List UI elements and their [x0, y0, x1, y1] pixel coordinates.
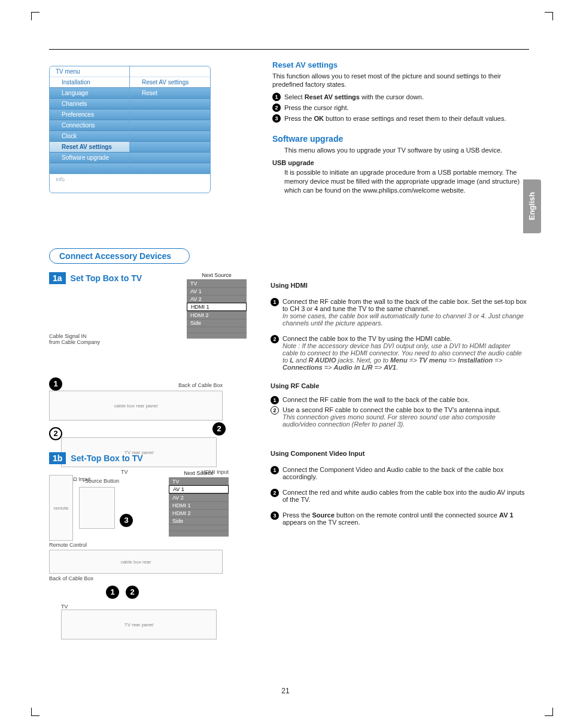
source-title: Next Source: [169, 469, 229, 477]
step-row: 1Connect the Component Video and Audio c…: [271, 466, 528, 480]
step-number-icon: 2: [272, 103, 281, 112]
callout-1-icon: 1: [49, 377, 62, 391]
source-list-1a: Next Source TV AV 1 AV 2 HDMI 1 HDMI 2 S…: [187, 271, 247, 339]
reset-av-intro: This function allows you to reset most o…: [272, 72, 530, 90]
step-number-icon: 2: [271, 489, 279, 497]
usb-upgrade-body: It is possible to initiate an upgrade pr…: [272, 168, 530, 195]
callout-2-icon: 2: [126, 586, 139, 599]
source-row: AV 2: [169, 494, 229, 501]
source-row: HDMI 2: [169, 509, 229, 517]
source-button-label: Source Button: [85, 478, 119, 484]
step-row: 3Press the Source button on the remote c…: [271, 511, 528, 526]
remote-zoom-illustration: [79, 487, 115, 529]
step-number-icon: 1: [271, 298, 279, 306]
right-1a: Using HDMI 1Connect the RF cable from th…: [271, 267, 528, 430]
step-number-icon: 1: [272, 93, 281, 101]
page-number: 21: [0, 687, 571, 695]
menu-item: Preferences: [50, 109, 129, 120]
menu-sub-left: Installation: [50, 77, 129, 87]
source-row: Side: [187, 319, 247, 327]
step-row: 2Press the cursor right.: [272, 103, 530, 112]
step-number-icon: 1: [271, 466, 279, 474]
source-row: HDMI 2: [187, 311, 247, 319]
source-row: HDMI 1: [169, 501, 229, 509]
using-rf-title: Using RF Cable: [271, 382, 528, 389]
back-of-box-label: Back of Cable Box: [49, 575, 93, 581]
cable-box-back-illustration: cable box rear panel: [49, 391, 223, 421]
step-number-icon: 3: [272, 114, 281, 123]
reset-av-title: Reset AV settings: [272, 60, 530, 71]
left-column: TV menu Installation Language Channels P…: [49, 66, 247, 193]
step-row: 1Select Reset AV settings with the curso…: [272, 93, 530, 102]
step-number-icon: 3: [271, 511, 279, 520]
remote-illustration: remote: [49, 475, 73, 541]
step-number-icon: 1: [271, 396, 279, 404]
software-intro: This menu allows you to upgrade your TV …: [272, 146, 530, 155]
source-title: Next Source: [187, 271, 247, 279]
software-title: Software upgrade: [272, 133, 530, 145]
menu-info: Info: [50, 173, 210, 193]
right-1b: Using Component Video Input 1Connect the…: [271, 447, 528, 648]
source-row: AV 1: [187, 287, 247, 295]
tv-label: TV: [61, 604, 68, 610]
title-1b: Set-Top Box to TV: [71, 453, 142, 463]
step-row: 2Connect the cable box to the TV by usin…: [271, 335, 528, 371]
section-pill: Connect Accessory Devices: [49, 248, 190, 264]
cable-box-back-illustration: cable box rear: [49, 550, 223, 574]
crop-mark: [545, 12, 553, 20]
menu-item: Clock: [50, 130, 129, 141]
connect-section: Connect Accessory Devices 1a Set Top Box…: [49, 248, 528, 648]
callout-1-icon: 1: [106, 586, 119, 599]
remote-label: Remote Control: [49, 542, 87, 548]
page: English TV menu Installation Language Ch…: [0, 0, 571, 728]
step-row: 1Connect the RF cable from the wall to t…: [271, 396, 528, 404]
using-component-title: Using Component Video Input: [271, 450, 528, 457]
menu-item: Language: [50, 87, 129, 98]
menu-item: Software upgrade: [50, 152, 129, 163]
diagram-1b: remote Source Button 3 Remote Control Ne…: [49, 469, 229, 648]
menu-item: Channels: [50, 98, 129, 109]
tv-menu-screenshot: TV menu Installation Language Channels P…: [49, 66, 211, 193]
menu-header-right: Reset AV settings: [130, 77, 210, 87]
crop-mark: [545, 708, 553, 716]
menu-item: Connections: [50, 120, 129, 130]
tv-back-illustration: TV rear panel: [61, 610, 217, 639]
source-list-1b: Next Source TV AV 1 AV 2 HDMI 1 HDMI 2 S…: [169, 469, 229, 537]
back-of-box-label: Back of Cable Box: [178, 382, 223, 388]
right-column-top: Reset AV settings This function allows y…: [272, 60, 530, 199]
tag-1a: 1a: [49, 272, 66, 284]
step-row: 2Use a second RF cable to connect the ca…: [271, 406, 528, 428]
crop-mark: [31, 12, 40, 20]
source-row: Side: [169, 517, 229, 525]
step-row: 2Connect the red and white audio cables …: [271, 489, 528, 503]
using-hdmi-title: Using HDMI: [271, 282, 528, 289]
menu-header-left: TV menu: [50, 66, 129, 77]
crop-mark: [31, 708, 40, 716]
callout-2-open-icon: 2: [49, 427, 62, 440]
source-row-selected: HDMI 1: [187, 303, 247, 311]
callout-3-icon: 3: [120, 514, 133, 527]
menu-item-selected: Reset AV settings: [50, 141, 129, 152]
cable-signal-label: Cable Signal IN from Cable Company: [49, 333, 100, 345]
step-number-open-icon: 2: [271, 406, 279, 415]
step-row: 1Connect the RF cable from the wall to t…: [271, 298, 528, 327]
source-row: AV 2: [187, 295, 247, 303]
step-row: 3Press the OK button to erase settings a…: [272, 114, 530, 123]
subhead-1b: 1b Set-Top Box to TV: [49, 452, 247, 464]
top-rule: [49, 49, 529, 50]
menu-item: Reset: [130, 87, 210, 98]
usb-upgrade-title: USB upgrade: [272, 159, 530, 167]
title-1a: Set Top Box to TV: [71, 273, 142, 283]
source-row-selected: AV 1: [169, 485, 229, 494]
step-number-icon: 2: [271, 335, 279, 343]
source-row: TV: [169, 477, 229, 485]
callout-2-icon: 2: [212, 422, 226, 435]
tag-1b: 1b: [49, 452, 66, 464]
source-row: TV: [187, 279, 247, 287]
